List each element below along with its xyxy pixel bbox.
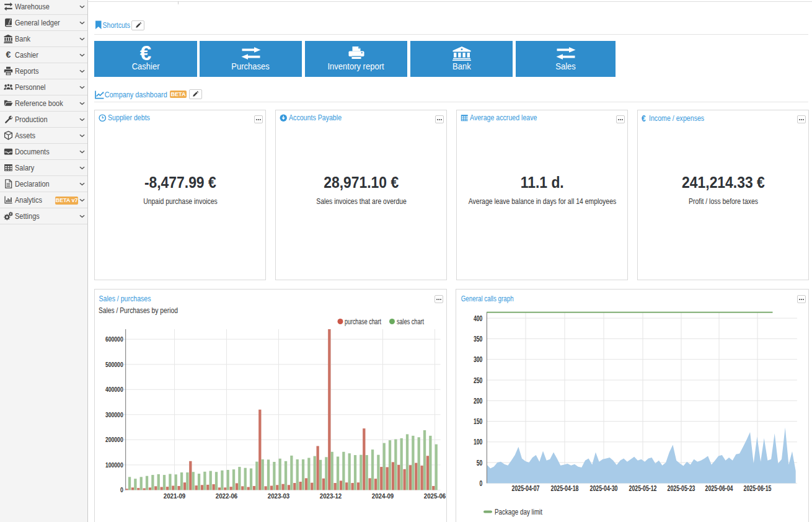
svg-text:300000: 300000 (105, 411, 123, 418)
svg-text:400000: 400000 (105, 386, 123, 393)
svg-text:General calls graph: General calls graph (461, 294, 514, 303)
svg-text:350: 350 (474, 335, 483, 343)
svg-text:Sales / purchases: Sales / purchases (99, 294, 151, 303)
svg-text:500000: 500000 (105, 361, 123, 368)
svg-text:purchase chart: purchase chart (345, 317, 381, 326)
svg-text:150: 150 (474, 417, 483, 426)
svg-text:Package day limit: Package day limit (495, 508, 542, 516)
svg-text:2025-05-23: 2025-05-23 (668, 484, 695, 493)
svg-text:sales chart: sales chart (397, 317, 424, 326)
svg-text:2023-12: 2023-12 (320, 492, 342, 500)
svg-text:2025-06-15: 2025-06-15 (744, 484, 772, 493)
svg-text:100000: 100000 (105, 461, 123, 469)
svg-text:2025-06: 2025-06 (424, 492, 446, 500)
svg-text:2025-04-18: 2025-04-18 (551, 484, 579, 493)
svg-text:2025-05-12: 2025-05-12 (629, 484, 657, 493)
svg-text:2024-09: 2024-09 (372, 492, 394, 500)
svg-text:2025-04-30: 2025-04-30 (590, 484, 618, 493)
svg-text:2023-03: 2023-03 (268, 492, 290, 500)
svg-text:200: 200 (474, 397, 483, 405)
svg-text:0: 0 (120, 486, 123, 493)
svg-text:Shortcuts: Shortcuts (103, 20, 131, 30)
svg-text:2025-06-04: 2025-06-04 (705, 484, 733, 493)
svg-text:€: € (6, 50, 11, 60)
svg-text:2021-09: 2021-09 (164, 492, 186, 500)
svg-text:600000: 600000 (105, 335, 123, 343)
svg-text:300: 300 (474, 355, 483, 364)
svg-text:50: 50 (477, 459, 483, 467)
svg-text:Company dashboard: Company dashboard (105, 90, 167, 99)
svg-text:2022-06: 2022-06 (216, 492, 238, 500)
svg-text:Sales / Purchases by period: Sales / Purchases by period (99, 306, 178, 315)
svg-text:2025-04-07: 2025-04-07 (512, 484, 540, 493)
svg-text:200000: 200000 (105, 436, 123, 443)
svg-text:0: 0 (480, 479, 483, 488)
svg-text:400: 400 (474, 314, 483, 323)
svg-text:100: 100 (474, 438, 483, 446)
svg-text:250: 250 (474, 376, 483, 385)
